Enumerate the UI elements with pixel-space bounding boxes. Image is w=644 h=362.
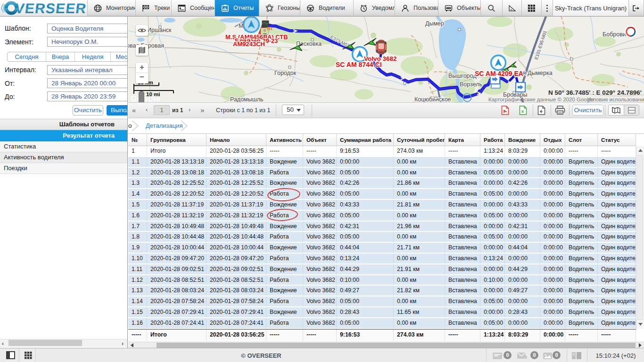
svg-text:Картографические данные © 2020: Картографические данные © 2020 Google [488,97,594,102]
svg-text:М: М [239,23,243,29]
svg-text:Радомышль: Радомышль [230,96,264,103]
svg-text:Коцюбинское: Коцюбинское [414,96,451,103]
svg-text:Вышгород: Вышгород [448,73,477,79]
svg-text:x: x [521,109,524,114]
svg-text:Городок: Городок [274,70,297,76]
svg-text:10 mi: 10 mi [146,91,160,97]
svg-text:Условия использования: Условия использования [587,97,644,102]
svg-text:m: m [267,25,272,32]
svg-text:Ворзель: Ворзель [460,81,482,88]
svg-text:N 50° 36.7485' : E 029° 24.789: N 50° 36.7485' : E 029° 24.7896' [548,89,642,96]
svg-text:Дымер: Дымер [425,20,444,27]
svg-text:SC AM 4209 EA: SC AM 4209 EA [475,70,523,77]
svg-text:SC AM 8744 CI: SC AM 8744 CI [336,61,382,68]
svg-text:VERSEER: VERSEER [14,0,87,16]
svg-text:АМ9243СН: АМ9243СН [233,41,265,48]
